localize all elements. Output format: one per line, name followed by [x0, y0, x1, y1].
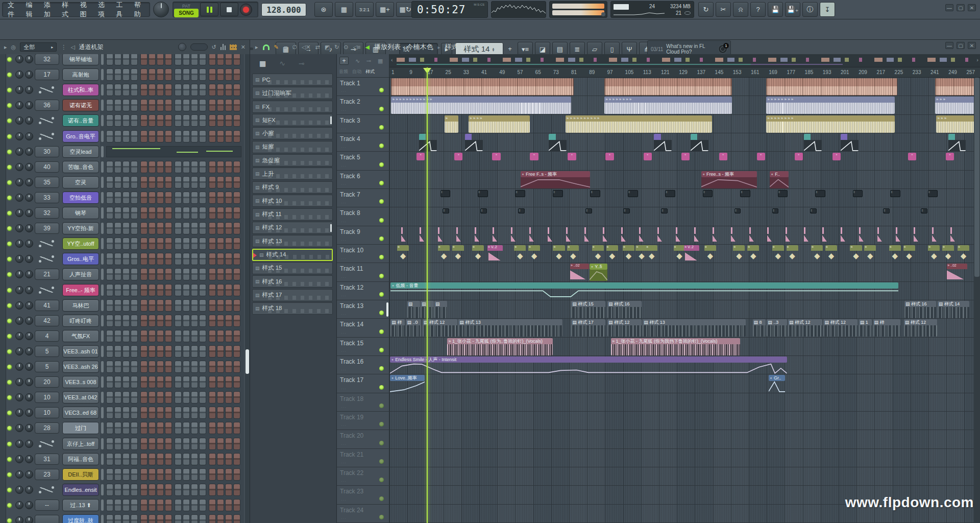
step-cell[interactable]: [165, 268, 172, 280]
step-cell[interactable]: [122, 54, 130, 65]
step-cell[interactable]: [191, 99, 198, 111]
step-cell[interactable]: [217, 176, 224, 188]
step-cell[interactable]: [149, 361, 156, 373]
track-options-dots[interactable]: ···: [341, 405, 347, 410]
song-mode-label[interactable]: SONG: [174, 9, 199, 17]
mini-pattern-clip[interactable]: ≡: [518, 208, 525, 213]
pattern-audio-clip[interactable]: » » » » » » » »: [766, 115, 895, 133]
channel-volume-knob[interactable]: [25, 301, 33, 310]
step-cell[interactable]: [140, 315, 148, 327]
step-cell[interactable]: [106, 484, 113, 496]
channel-pan-knob[interactable]: [15, 240, 23, 248]
track-options-dots[interactable]: ···: [341, 256, 347, 261]
channel-target-button[interactable]: 4: [35, 330, 59, 342]
step-cell[interactable]: [140, 391, 148, 403]
automation-clip[interactable]: ∘ Free..s - 频率: [701, 171, 757, 188]
step-cell[interactable]: [175, 268, 182, 280]
step-cell[interactable]: [225, 345, 232, 358]
step-cell[interactable]: [191, 284, 198, 296]
channel-name-button[interactable]: 过..13 ⬆: [62, 499, 99, 511]
channel-pan-knob[interactable]: [15, 440, 23, 448]
track-options-dots[interactable]: ···: [341, 275, 347, 280]
snap-magnet-icon[interactable]: [263, 44, 270, 50]
step-cell[interactable]: [157, 84, 164, 96]
channel-filter-dropdown[interactable]: 全部▸: [20, 42, 57, 52]
step-cell[interactable]: [165, 222, 172, 234]
step-cell[interactable]: [114, 222, 121, 234]
step-cell[interactable]: [131, 484, 138, 496]
track-mute-led[interactable]: [379, 422, 384, 426]
pattern-clip[interactable]: [604, 78, 732, 96]
step-cell[interactable]: [106, 361, 113, 373]
graph-editor-icon[interactable]: [220, 44, 226, 50]
step-cell[interactable]: [225, 514, 232, 523]
step-cell[interactable]: [191, 176, 198, 188]
step-cell[interactable]: [106, 84, 113, 96]
pattern-audio-clip[interactable]: » » » » » » » »: [604, 97, 732, 114]
step-cell[interactable]: [233, 422, 240, 434]
step-cell[interactable]: [233, 453, 240, 465]
audio-grain-clip[interactable]: »◆: [733, 245, 745, 263]
pattern-block-clip[interactable]: ▤ 样式 13: [458, 319, 562, 337]
step-cell[interactable]: [140, 68, 148, 81]
step-cell[interactable]: [209, 330, 216, 342]
step-cell[interactable]: [217, 99, 224, 111]
channel-name-button[interactable]: 钢琴铺地: [62, 54, 99, 65]
channel-mute-led[interactable]: [7, 365, 12, 369]
automation-mini-clip[interactable]: ∘: [568, 153, 576, 160]
tick-clip[interactable]: [749, 227, 752, 243]
step-cell[interactable]: [149, 453, 156, 465]
track-header[interactable]: Track 7···: [337, 189, 389, 207]
loop-icon[interactable]: ◎: [11, 44, 16, 51]
stop-button[interactable]: [220, 3, 238, 16]
step-cell[interactable]: [122, 468, 130, 481]
step-cell[interactable]: [165, 315, 172, 327]
tools-scissors-icon[interactable]: ✂: [716, 2, 731, 17]
step-cell[interactable]: [225, 268, 232, 280]
picker-tab-自动[interactable]: 自动: [352, 68, 361, 75]
channel-target-button[interactable]: 5: [35, 346, 59, 357]
channel-mute-led[interactable]: [7, 472, 12, 477]
track-options-dots[interactable]: ···: [341, 220, 347, 224]
step-cell[interactable]: [114, 453, 121, 465]
step-cell[interactable]: [131, 68, 138, 81]
automation-cell-clip[interactable]: [465, 134, 483, 151]
track-lane[interactable]: ≡≡≡≡≡≡≡≡≡≡≡: [389, 207, 980, 225]
mini-pattern-clip[interactable]: ≡: [515, 190, 525, 197]
step-cell[interactable]: [225, 237, 232, 250]
step-cell[interactable]: [140, 130, 148, 142]
step-cell[interactable]: [106, 68, 113, 81]
track-mute-led[interactable]: [379, 496, 384, 501]
step-cell[interactable]: [233, 192, 240, 204]
step-cell[interactable]: [149, 84, 156, 96]
track-mute-led[interactable]: [379, 478, 384, 482]
step-cell[interactable]: [191, 161, 198, 173]
step-cell[interactable]: [183, 376, 190, 388]
tick-clip[interactable]: [767, 227, 770, 243]
channel-pan-knob[interactable]: [15, 255, 23, 263]
channel-pan-knob[interactable]: [15, 409, 23, 417]
audio-grain-clip[interactable]: »◆: [397, 245, 409, 263]
step-cell[interactable]: [106, 237, 113, 250]
step-cell[interactable]: [199, 330, 206, 342]
step-cell[interactable]: [122, 514, 130, 523]
step-cell[interactable]: [209, 161, 216, 173]
step-cell[interactable]: [183, 514, 190, 523]
track-lane[interactable]: ▤ 样▤ ..0▤ 样式 12▤ 样式 13▤ 样式 17▤ 样式 12▤ 样式…: [389, 319, 980, 337]
step-cell[interactable]: [183, 422, 190, 434]
step-cell[interactable]: [106, 99, 113, 111]
channel-target-button[interactable]: 36: [35, 100, 59, 111]
step-cell[interactable]: [225, 499, 232, 511]
step-cell[interactable]: [209, 361, 216, 373]
track-header[interactable]: Track 3···: [337, 115, 389, 133]
step-cell[interactable]: [233, 268, 240, 280]
audio-grain-clip[interactable]: »◆: [903, 245, 915, 263]
step-cell[interactable]: [209, 84, 216, 96]
step-cell[interactable]: [183, 484, 190, 496]
step-cell[interactable]: [122, 422, 130, 434]
step-cell[interactable]: [131, 114, 138, 127]
channel-target-button[interactable]: 33: [35, 192, 59, 203]
tick-clip[interactable]: [676, 227, 679, 243]
step-cell[interactable]: [157, 514, 164, 523]
channel-mute-led[interactable]: [7, 103, 12, 108]
